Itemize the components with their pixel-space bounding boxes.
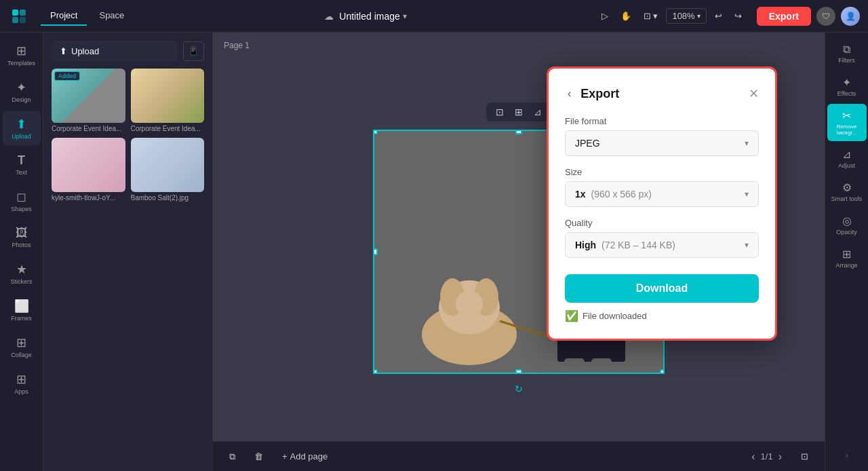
adjust-tool[interactable]: ⊿ — [530, 105, 546, 119]
collapse-panel-button[interactable]: › — [846, 451, 848, 460]
page-info: 1/1 — [761, 451, 773, 461]
export-button[interactable]: Export — [757, 7, 811, 26]
add-page-button[interactable]: + Add page — [277, 449, 333, 464]
hand-tool[interactable]: ✋ — [616, 8, 635, 24]
right-item-opacity[interactable]: ◎ Opacity — [827, 209, 867, 241]
topbar-right: Export 🛡 👤 — [751, 7, 860, 26]
mobile-button[interactable]: 📱 — [183, 41, 204, 61]
document-title[interactable]: Untitled image ▾ — [339, 11, 407, 22]
size-select[interactable]: 1x (960 x 566 px) ▾ — [565, 181, 759, 207]
right-sidebar: ⧉ Filters ✦ Effects ✂ Remove backgr... ⊿… — [825, 33, 868, 471]
sidebar-item-templates[interactable]: ⊞ Templates — [3, 38, 41, 72]
upload-actions: ⬆ Upload 📱 — [52, 41, 204, 62]
shapes-icon: ◻ — [16, 189, 26, 204]
zoom-control[interactable]: 108% ▾ — [666, 8, 706, 24]
chevron-down-icon: ▾ — [745, 240, 749, 250]
grid-tool[interactable]: ⊞ — [511, 105, 527, 119]
sidebar-item-stickers[interactable]: ★ Stickers — [3, 257, 41, 290]
topbar-tabs: Project Space — [41, 6, 134, 26]
svg-rect-19 — [591, 358, 612, 374]
handle-ml[interactable] — [373, 248, 378, 255]
prev-page-button[interactable]: ‹ — [751, 451, 755, 463]
upload-arrow-icon: ⬆ — [60, 46, 67, 56]
app-logo[interactable] — [8, 5, 30, 27]
dialog-back-button[interactable]: ‹ — [565, 85, 574, 102]
handle-br[interactable] — [660, 369, 665, 374]
sidebar-item-design[interactable]: ✦ Design — [3, 75, 41, 109]
size-label: Size — [565, 167, 759, 177]
success-message: ✅ File downloaded — [565, 309, 759, 322]
frame-tool[interactable]: ⊡ ▾ — [639, 8, 663, 24]
svg-rect-1 — [20, 10, 26, 16]
list-item[interactable]: Bamboo Salt(2).jpg — [131, 138, 205, 202]
sidebar-item-text[interactable]: T Text — [3, 148, 41, 181]
svg-rect-2 — [12, 17, 18, 23]
page-navigation: ‹ 1/1 › — [751, 451, 782, 463]
design-icon: ✦ — [16, 80, 26, 95]
undo-btn[interactable]: ↩ — [711, 8, 726, 24]
dialog-title: Export — [580, 87, 619, 101]
right-item-remove-bg[interactable]: ✂ Remove backgr... — [827, 104, 867, 141]
upload-button[interactable]: ⬆ Upload — [52, 41, 178, 62]
main-content: ⊞ Templates ✦ Design ⬆ Upload T Text ◻ S… — [0, 33, 868, 471]
topbar-tools: ▷ ✋ ⊡ ▾ 108% ▾ ↩ ↪ — [597, 8, 746, 24]
svg-rect-18 — [564, 358, 585, 374]
duplicate-page-button[interactable]: ⧉ — [224, 449, 241, 465]
handle-tm[interactable] — [515, 130, 522, 134]
file-format-select[interactable]: JPEG ▾ — [565, 130, 759, 156]
delete-page-button[interactable]: 🗑 — [249, 449, 269, 464]
tab-project[interactable]: Project — [41, 6, 87, 26]
arrange-icon: ⊞ — [842, 248, 851, 261]
upload-image-grid: Added Corporate Event Idea... Corporate … — [52, 69, 204, 202]
size-group: Size 1x (960 x 566 px) ▾ — [565, 167, 759, 207]
dialog-header: ‹ Export ✕ — [565, 85, 759, 102]
rotate-handle[interactable]: ↻ — [515, 383, 523, 394]
shield-icon: 🛡 — [816, 7, 835, 26]
sidebar-item-apps[interactable]: ⊞ Apps — [3, 366, 41, 400]
download-button[interactable]: Download — [565, 274, 759, 303]
right-item-arrange[interactable]: ⊞ Arrange — [827, 242, 867, 274]
sidebar-item-photos[interactable]: 🖼 Photos — [3, 221, 41, 254]
templates-icon: ⊞ — [16, 43, 26, 58]
user-avatar[interactable]: 👤 — [841, 7, 860, 26]
quality-label: Quality — [565, 218, 759, 228]
right-item-adjust[interactable]: ⊿ Adjust — [827, 143, 867, 174]
list-item[interactable]: Added Corporate Event Idea... — [52, 69, 125, 132]
sidebar-item-collage[interactable]: ⊞ Collage — [3, 330, 41, 364]
svg-point-9 — [456, 290, 483, 318]
right-item-smart-tools[interactable]: ⚙ Smart tools — [827, 176, 867, 208]
frames-icon: ⬜ — [14, 299, 29, 314]
redo-btn[interactable]: ↪ — [730, 8, 746, 24]
crop-tool[interactable]: ⊡ — [492, 105, 508, 119]
export-dialog: ‹ Export ✕ File format JPEG ▾ Size 1x — [547, 67, 777, 341]
list-item[interactable]: Corporate Event Idea... — [131, 69, 205, 132]
canvas-toolbar: ⊡ ⊞ ⊿ — [486, 102, 551, 121]
opacity-icon: ◎ — [842, 214, 852, 227]
sidebar-item-shapes[interactable]: ◻ Shapes — [3, 184, 41, 218]
fullscreen-button[interactable]: ⊡ — [795, 449, 814, 464]
sidebar-item-upload[interactable]: ⬆ Upload — [3, 111, 41, 145]
right-item-effects[interactable]: ✦ Effects — [827, 71, 867, 102]
dialog-close-button[interactable]: ✕ — [749, 86, 759, 101]
quality-group: Quality High (72 KB – 144 KB) ▾ — [565, 218, 759, 258]
select-tool[interactable]: ▷ — [597, 8, 612, 24]
handle-bm[interactable] — [515, 369, 522, 374]
tab-space[interactable]: Space — [90, 6, 134, 26]
remove-bg-icon: ✂ — [842, 109, 851, 122]
filters-icon: ⧉ — [843, 43, 850, 56]
right-item-filters[interactable]: ⧉ Filters — [827, 38, 867, 69]
next-page-button[interactable]: › — [778, 451, 782, 463]
file-format-label: File format — [565, 116, 759, 126]
photos-icon: 🖼 — [16, 226, 28, 240]
list-item[interactable]: kyle-smith-tlowJ-oY... — [52, 138, 125, 202]
handle-bl[interactable] — [373, 369, 378, 374]
left-sidebar: ⊞ Templates ✦ Design ⬆ Upload T Text ◻ S… — [0, 33, 43, 471]
svg-rect-3 — [20, 17, 26, 23]
page-label: Page 1 — [224, 41, 250, 50]
canvas-area: Page 1 ⊡ ⊞ ⊿ — [213, 33, 825, 471]
sidebar-item-frames[interactable]: ⬜ Frames — [3, 293, 41, 327]
quality-select[interactable]: High (72 KB – 144 KB) ▾ — [565, 232, 759, 258]
added-badge: Added — [54, 71, 80, 81]
stickers-icon: ★ — [16, 262, 27, 277]
handle-tl[interactable] — [373, 130, 378, 134]
